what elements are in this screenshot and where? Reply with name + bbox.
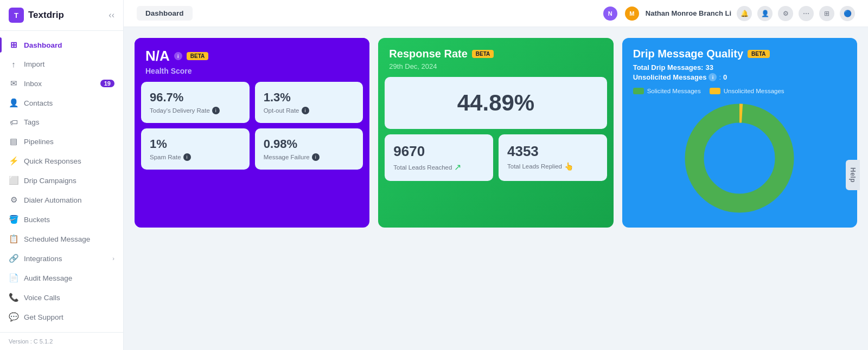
sidebar-item-scheduled-message[interactable]: 📋 Scheduled Message (0, 229, 123, 249)
message-failure-card: 0.98% Message Failure i (255, 128, 363, 170)
dashboard-tab[interactable]: Dashboard (137, 6, 193, 21)
sidebar-label-audit-message: Audit Message (24, 274, 72, 282)
health-score-title: Health Score (145, 67, 359, 75)
health-beta-badge: BETA (187, 52, 208, 60)
buckets-icon: 🪣 (9, 215, 18, 224)
drip-beta-badge: BETA (748, 50, 769, 58)
optout-rate-value: 1.3% (264, 90, 355, 105)
sidebar-label-dashboard: Dashboard (24, 41, 62, 49)
sidebar-item-contacts[interactable]: 👤 Contacts (0, 93, 123, 113)
sidebar-item-pipelines[interactable]: ▤ Pipelines (0, 132, 123, 151)
sidebar-item-audit-message[interactable]: 📄 Audit Message (0, 268, 123, 288)
get-support-icon: 💬 (9, 312, 18, 322)
drip-card-stats: Total Drip Messages: 33 Unsolicited Mess… (633, 63, 846, 81)
spam-rate-info-icon[interactable]: i (183, 153, 191, 161)
extra-icon[interactable]: 🔵 (840, 6, 855, 21)
drip-total-messages-stat: Total Drip Messages: 33 (633, 63, 846, 72)
inbox-icon: ✉ (9, 79, 18, 88)
total-leads-reached-value: 9670 (393, 143, 484, 160)
response-rate-date: 29th Dec, 2024 (389, 62, 602, 70)
content-area: N/A i BETA Health Score 96.7% Today's De… (124, 27, 868, 350)
health-score-info-icon[interactable]: i (174, 52, 182, 60)
leads-reached-arrow-icon: ↗ (454, 162, 461, 172)
sidebar-item-get-support[interactable]: 💬 Get Support (0, 307, 123, 327)
health-score-card: N/A i BETA Health Score 96.7% Today's De… (135, 38, 369, 228)
legend-solicited: Solicited Messages (633, 88, 701, 94)
response-rate-percent: 44.89% (398, 90, 593, 116)
sidebar-item-import[interactable]: ↑ Import (0, 55, 123, 74)
response-rate-card: Response Rate BETA 29th Dec, 2024 44.89%… (378, 38, 613, 228)
sidebar-item-dashboard[interactable]: ⊞ Dashboard (0, 35, 123, 55)
sidebar-item-inbox[interactable]: ✉ Inbox 19 (0, 74, 123, 93)
delivery-rate-label: Today's Delivery Rate i (150, 107, 241, 114)
sidebar-label-dialer-automation: Dialer Automation (24, 196, 82, 204)
spam-rate-value: 1% (150, 137, 241, 151)
sidebar-label-buckets: Buckets (24, 216, 50, 224)
app-name: Textdrip (28, 10, 64, 21)
delivery-rate-info-icon[interactable]: i (212, 107, 220, 114)
sidebar-label-tags: Tags (24, 118, 40, 126)
response-beta-badge: BETA (472, 50, 494, 58)
sidebar-item-buckets[interactable]: 🪣 Buckets (0, 210, 123, 229)
apps-icon[interactable]: ⊞ (819, 6, 834, 21)
dialer-automation-icon: ⚙ (9, 195, 18, 205)
spam-rate-card: 1% Spam Rate i (141, 128, 250, 170)
total-leads-replied-value: 4353 (507, 143, 598, 160)
response-rate-title: Response Rate BETA (389, 48, 602, 60)
sidebar-label-import: Import (24, 60, 44, 68)
integrations-arrow-icon: › (112, 255, 114, 262)
total-leads-reached-label: Total Leads Reached ↗ (393, 162, 484, 172)
health-score-metrics: 96.7% Today's Delivery Rate i 1.3% Opt-o… (135, 82, 369, 176)
legend-unsolicited: Unsolicited Messages (710, 88, 784, 94)
notification-icon[interactable]: 🔔 (737, 6, 752, 21)
inbox-badge: 19 (100, 80, 114, 87)
drip-chart-legend: Solicited Messages Unsolicited Messages (633, 88, 846, 94)
sidebar: T Textdrip ‹‹ ⊞ Dashboard ↑ Import ✉ Inb… (0, 0, 124, 350)
sidebar-label-quick-responses: Quick Responses (24, 157, 81, 165)
app-logo-icon: T (9, 8, 24, 23)
audit-message-icon: 📄 (9, 273, 18, 283)
message-failure-label: Message Failure i (264, 153, 355, 161)
import-icon: ↑ (9, 60, 18, 69)
unsolicited-info-icon[interactable]: i (709, 73, 717, 81)
settings-icon[interactable]: ⚙ (778, 6, 793, 21)
drip-message-quality-card: Drip Message Quality BETA Total Drip Mes… (622, 38, 857, 228)
sidebar-item-dialer-automation[interactable]: ⚙ Dialer Automation (0, 190, 123, 210)
header: Dashboard N M Nathan Monroe Branch Li 🔔 … (124, 0, 868, 27)
drip-unsolicited-stat: Unsolicited Messages i : 0 (633, 73, 846, 81)
dashboard-icon: ⊞ (9, 40, 18, 50)
sidebar-item-quick-responses[interactable]: ⚡ Quick Responses (0, 151, 123, 171)
pipelines-icon: ▤ (9, 137, 18, 146)
integrations-icon: 🔗 (9, 254, 18, 263)
version-label: Version : C 5.1.2 (0, 332, 123, 350)
contacts-icon: 👤 (9, 98, 18, 108)
sidebar-label-inbox: Inbox (24, 80, 42, 88)
user-profile-icon[interactable]: 👤 (757, 6, 773, 21)
sidebar-item-voice-calls[interactable]: 📞 Voice Calls (0, 288, 123, 307)
sidebar-label-drip-campaigns: Drip Campaigns (24, 177, 76, 185)
user-name: Nathan Monroe Branch Li (646, 9, 731, 17)
sidebar-item-integrations[interactable]: 🔗 Integrations › (0, 249, 123, 268)
main-area: Dashboard N M Nathan Monroe Branch Li 🔔 … (124, 0, 868, 350)
sidebar-collapse-button[interactable]: ‹‹ (108, 10, 114, 20)
sidebar-item-tags[interactable]: 🏷 Tags (0, 113, 123, 132)
total-leads-replied-label: Total Leads Replied 👆 (507, 162, 598, 171)
more-options-icon[interactable]: ⋯ (799, 6, 814, 21)
sidebar-item-drip-campaigns[interactable]: ⬜ Drip Campaigns (0, 171, 123, 190)
message-failure-value: 0.98% (264, 137, 355, 151)
help-tab[interactable]: Help (846, 160, 860, 190)
avatar-orange: M (624, 5, 640, 22)
donut-svg (680, 99, 799, 218)
health-score-value: N/A i BETA (145, 48, 359, 64)
header-actions: N M Nathan Monroe Branch Li 🔔 👤 ⚙ ⋯ ⊞ 🔵 (602, 5, 855, 22)
tags-icon: 🏷 (9, 118, 18, 127)
dashboard-cards-row: N/A i BETA Health Score 96.7% Today's De… (135, 38, 857, 228)
sidebar-label-get-support: Get Support (24, 313, 63, 321)
sidebar-nav: ⊞ Dashboard ↑ Import ✉ Inbox 19 👤 Contac… (0, 31, 123, 332)
avatar-purple: N (602, 5, 618, 22)
delivery-rate-value: 96.7% (150, 90, 241, 105)
total-leads-replied-card: 4353 Total Leads Replied 👆 (499, 134, 607, 181)
message-failure-info-icon[interactable]: i (312, 153, 320, 161)
optout-rate-info-icon[interactable]: i (302, 107, 309, 114)
response-rate-main: 44.89% (385, 77, 607, 129)
